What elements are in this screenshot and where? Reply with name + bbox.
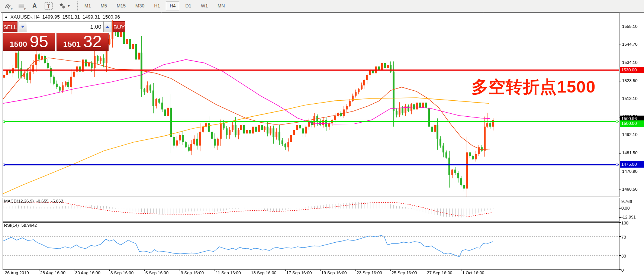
date-tick-label: 26 Aug 2019 [5,271,29,275]
date-tick-label: 23 Sep 16:00 [357,271,382,275]
volume-decrease-button[interactable] [19,21,27,32]
ohlc-low: 1499.31 [83,14,100,20]
rsi-tick-label: 0 [621,268,624,272]
sell-price-pips: 95 [30,33,48,50]
rsi-name: RSI(14) [4,223,19,227]
macd-signal-value: -5.863 [51,199,64,203]
rsi-tick-label: 70 [621,235,626,239]
date-tick-label: 1 Oct 16:00 [462,271,484,275]
hline-price-badge-1500: 1500.00 [620,120,644,127]
sell-button[interactable]: SELL [3,21,17,32]
date-tick-label: 3 Sep 16:00 [110,271,133,275]
macd-name: MACD(12,26,9) [4,199,34,203]
price-tick-label: 1481.50 [622,151,638,155]
direction-up-icon: ▲ [4,15,8,19]
buy-price-display[interactable]: 1501 32 [57,33,109,51]
price-tick-label: 1502.50 [622,114,638,119]
macd-main-value: -0.655 [36,199,49,203]
symbol-period: XAUUSD-,H4 [10,14,40,20]
date-tick-label: 19 Sep 16:00 [321,271,347,275]
price-tick-label: 1534.10 [622,60,638,65]
hline-price-badge-1530: 1530.00 [620,67,644,73]
one-click-trade-panel: SELL BUY 1500 95 1501 32 [3,21,109,51]
chart-annotation-text: 多空转折点1500 [471,78,596,96]
arrow-up-icon [106,26,109,28]
rsi-value: 58.9642 [22,223,37,227]
hline-price-badge-1475: 1475.00 [620,161,644,168]
chart-ohlc-header: ▲ XAUUSD-,H4 1499.95 1501.31 1499.31 150… [4,14,120,20]
volume-input[interactable] [27,21,103,32]
date-tick-label: 17 Sep 16:00 [286,271,312,275]
sell-price-big-figure: 1500 [10,39,27,50]
buy-price-big-figure: 1501 [63,39,81,50]
macd-tick-label: 9.766 [621,199,632,204]
date-tick-label: 27 Sep 16:00 [427,271,452,275]
price-tick-label: 1555.10 [622,24,638,29]
macd-tick-label: 0.00 [621,206,629,210]
date-tick-label: 28 Aug 16:00 [40,271,65,275]
ohlc-high: 1501.31 [62,14,80,20]
buy-button[interactable]: BUY [113,21,125,32]
rsi-tick-label: 30 [621,254,626,258]
date-tick-label: 30 Aug 16:00 [75,271,100,275]
ohlc-close: 1500.96 [103,14,120,20]
arrow-down-icon [21,26,25,28]
price-tick-label: 1544.70 [622,42,638,46]
date-tick-label: 5 Sep 16:00 [145,271,168,275]
date-tick-label: 13 Sep 16:00 [251,271,276,275]
mt4-terminal: E F A T ▼ M1M5M15M30H1H4D1W1MN ▲ XAUUSD-… [0,0,644,278]
price-tick-label: 1460.50 [622,187,638,191]
volume-increase-button[interactable] [103,21,112,32]
price-tick-label: 1470.90 [622,169,638,174]
date-tick-label: 25 Sep 16:00 [392,271,417,275]
date-tick-label: 9 Sep 16:00 [181,271,204,275]
buy-price-pips: 32 [83,33,102,50]
macd-indicator-label: MACD(12,26,9) -0.655 -5.863 [4,199,63,203]
sell-price-display[interactable]: 1500 95 [3,33,55,51]
rsi-indicator-label: RSI(14) 58.9642 [4,223,37,227]
price-tick-label: 1523.50 [622,78,638,83]
macd-tick-label: -12.991 [621,215,636,219]
ohlc-open: 1499.95 [42,14,60,20]
price-tick-label: 1492.10 [622,132,638,137]
rsi-tick-label: 100 [621,221,628,225]
date-tick-label: 11 Sep 16:00 [216,271,241,275]
price-tick-label: 1513.10 [622,96,638,101]
